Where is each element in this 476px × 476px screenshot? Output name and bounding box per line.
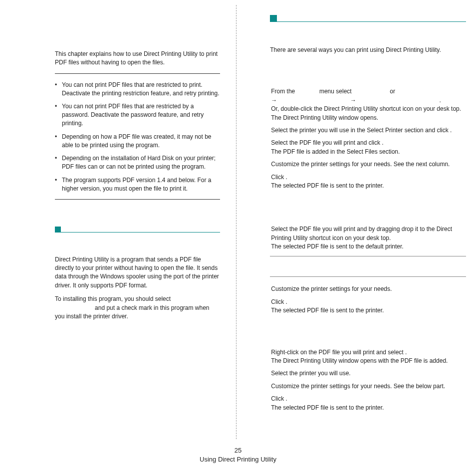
text-run: From the menu select or	[271, 88, 395, 95]
text-run: The selected PDF file is sent to the pri…	[271, 306, 466, 315]
bullet-item: The program supports PDF version 1.4 and…	[55, 176, 220, 193]
left-column: This chapter explains how to use Direct …	[10, 15, 230, 439]
text-run: The selected PDF file is sent to the pri…	[271, 182, 466, 190]
text-run: Click .	[271, 173, 466, 182]
chapter-intro: This chapter explains how to use Direct …	[55, 50, 220, 67]
bullet-item: You can not print PDF files that are res…	[55, 102, 220, 127]
text-part: .	[440, 97, 441, 104]
caution-list: You can not print PDF files that are res…	[55, 81, 220, 193]
shortcut-step-3: Click . The selected PDF file is sent to…	[270, 298, 466, 315]
text-run: The PDF file is added in the Select File…	[271, 148, 466, 156]
column-divider	[236, 5, 237, 439]
divider	[55, 199, 220, 200]
overview-paragraph-2: To installing this program, you should s…	[55, 295, 220, 321]
text-run: The Direct Printing Utility window opens…	[271, 357, 466, 365]
rclick-step-1: Right-click on the PDF file you will pri…	[270, 348, 466, 366]
bullet-item: Depending on how a PDF file was created,…	[55, 133, 220, 150]
arrow-icon: →	[350, 97, 356, 104]
divider	[270, 256, 466, 256]
text-part: From the	[271, 88, 295, 95]
text-run: Right-click on the PDF file you will pri…	[271, 348, 466, 357]
footer-title: Using Direct Printing Utility	[0, 456, 476, 463]
step-2: Select the printer you will use in the S…	[270, 126, 466, 135]
section-heading-bar	[270, 15, 466, 22]
right-column: There are several ways you can print usi…	[238, 15, 466, 439]
rclick-step-2: Select the printer you will use.	[270, 369, 466, 378]
step-4: Customize the printer settings for your …	[270, 160, 466, 169]
shortcut-step-1: Select the PDF file you will print and b…	[270, 225, 466, 251]
step-1: From the menu select or → → . Or, double…	[270, 87, 466, 122]
text-run: To installing this program, you should s…	[55, 295, 171, 302]
page-number: 25	[0, 447, 476, 454]
text-run: The selected PDF file is sent to the pri…	[271, 404, 466, 412]
text-run: Select the PDF file you will print and c…	[271, 139, 466, 147]
divider	[55, 73, 220, 74]
text-run: Or, double-click the Direct Printing Uti…	[271, 105, 466, 113]
text-run: Select the PDF file you will print and b…	[271, 225, 466, 242]
step-3: Select the PDF file you will print and c…	[270, 139, 466, 156]
overview-paragraph-1: Direct Printing Utility is a program tha…	[55, 255, 220, 290]
printing-intro: There are several ways you can print usi…	[270, 46, 466, 54]
text-run: and put a check mark in this program whe…	[55, 304, 210, 320]
rclick-step-3: Customize the printer settings for your …	[270, 382, 466, 391]
text-part: menu select	[319, 88, 352, 95]
text-run: The selected PDF file is sent to the def…	[271, 242, 466, 251]
rclick-step-4: Click . The selected PDF file is sent to…	[270, 395, 466, 412]
arrow-icon: →	[271, 97, 277, 104]
text-run: The Direct Printing Utility window opens…	[271, 114, 466, 122]
text-run: Click .	[271, 395, 466, 403]
text-part: or	[390, 88, 395, 95]
text-run: Click .	[271, 298, 466, 306]
shortcut-step-2: Customize the printer settings for your …	[270, 285, 466, 293]
step-5: Click . The selected PDF file is sent to…	[270, 173, 466, 191]
bullet-item: Depending on the installation of Hard Di…	[55, 154, 220, 171]
page-footer: 25 Using Direct Printing Utility	[0, 447, 476, 463]
divider	[270, 276, 466, 277]
section-heading-bar	[55, 227, 220, 233]
bullet-item: You can not print PDF files that are res…	[55, 81, 220, 98]
text-run: → → .	[271, 96, 466, 105]
